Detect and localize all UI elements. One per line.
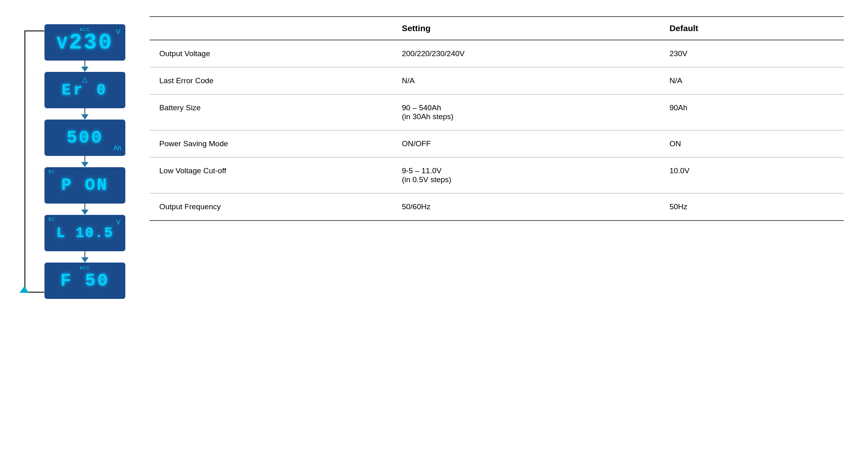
table-row: Low Voltage Cut-off9-5 – 11.0V(in 0.5V s… <box>150 158 844 193</box>
connector-line-2 <box>84 108 85 114</box>
row-1-name: Last Error Code <box>150 67 392 95</box>
displays-wrapper: ACC V230 V △ Er 0 500 Ah BC <box>44 24 125 299</box>
table-row: Output Frequency50/60Hz50Hz <box>150 193 844 221</box>
display-battery-unit: Ah <box>113 145 121 152</box>
connector-line-1 <box>84 61 85 67</box>
right-panel: Setting Default Output Voltage200/220/23… <box>150 16 844 221</box>
row-4-default: 10.0V <box>660 158 844 193</box>
row-3-setting: ON/OFF <box>392 130 660 158</box>
row-5-name: Output Frequency <box>150 193 392 221</box>
display-voltage-text: V230 <box>57 30 113 55</box>
row-0-default: 230V <box>660 40 844 67</box>
loop-top-bar <box>24 30 44 32</box>
display-frequency-top-label: ACC <box>80 265 90 270</box>
display-power-text: P ON <box>61 176 109 195</box>
row-4-setting: 9-5 – 11.0V(in 0.5V steps) <box>392 158 660 193</box>
col-header-name <box>150 17 392 40</box>
row-0-setting: 200/220/230/240V <box>392 40 660 67</box>
connector-4 <box>81 204 89 215</box>
display-frequency: ACC F 50 <box>44 263 125 299</box>
display-voltage: ACC V230 V <box>44 24 125 61</box>
display-lowvolt: BC L 10.5 V <box>44 215 125 251</box>
col-header-setting: Setting <box>392 17 660 40</box>
connector-1 <box>81 61 89 72</box>
display-lowvolt-text: L 10.5 <box>56 225 114 242</box>
col-header-default: Default <box>660 17 844 40</box>
display-power: BC P ON <box>44 167 125 204</box>
table-row: Output Voltage200/220/230/240V230V <box>150 40 844 67</box>
row-1-default: N/A <box>660 67 844 95</box>
table-row: Battery Size90 – 540Ah(in 30Ah steps)90A… <box>150 95 844 130</box>
row-5-default: 50Hz <box>660 193 844 221</box>
display-frequency-text: F 50 <box>60 271 110 291</box>
connector-2 <box>81 108 89 120</box>
settings-table: Setting Default Output Voltage200/220/23… <box>150 16 844 221</box>
display-lowvolt-top-label: BC <box>49 217 55 222</box>
display-power-top-label: BC <box>49 170 55 174</box>
row-2-name: Battery Size <box>150 95 392 130</box>
table-row: Last Error CodeN/AN/A <box>150 67 844 95</box>
display-battery: 500 Ah <box>44 120 125 156</box>
connector-5 <box>81 251 89 263</box>
left-panel: ACC V230 V △ Er 0 500 Ah BC <box>24 24 125 299</box>
loop-container <box>24 30 44 293</box>
display-error-top-label: △ <box>82 75 88 84</box>
display-lowvolt-unit: V <box>116 219 120 226</box>
connector-line-4 <box>84 204 85 210</box>
table-row: Power Saving ModeON/OFFON <box>150 130 844 158</box>
row-2-default: 90Ah <box>660 95 844 130</box>
display-error-text: Er 0 <box>61 82 108 99</box>
display-battery-text: 500 <box>66 128 103 148</box>
connector-arrow-5 <box>81 257 89 263</box>
table-header-row: Setting Default <box>150 17 844 40</box>
connector-arrow-2 <box>81 114 89 120</box>
connector-line-5 <box>84 251 85 257</box>
row-0-name: Output Voltage <box>150 40 392 67</box>
display-error: △ Er 0 <box>44 72 125 108</box>
connector-arrow-4 <box>81 210 89 215</box>
row-3-default: ON <box>660 130 844 158</box>
display-voltage-unit: V <box>116 28 120 36</box>
row-2-setting: 90 – 540Ah(in 30Ah steps) <box>392 95 660 130</box>
display-voltage-top-label: ACC <box>80 27 90 32</box>
up-arrow-icon <box>19 286 29 293</box>
row-3-name: Power Saving Mode <box>150 130 392 158</box>
row-1-setting: N/A <box>392 67 660 95</box>
loop-vertical-line <box>24 30 25 293</box>
connector-line-3 <box>84 156 85 162</box>
loop-left-rail <box>24 30 44 293</box>
connector-arrow-1 <box>81 67 89 72</box>
connector-arrow-3 <box>81 162 89 167</box>
connector-3 <box>81 156 89 167</box>
row-4-name: Low Voltage Cut-off <box>150 158 392 193</box>
row-5-setting: 50/60Hz <box>392 193 660 221</box>
